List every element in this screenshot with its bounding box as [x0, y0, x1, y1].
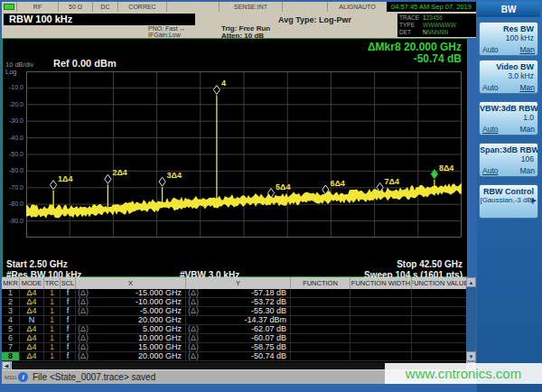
softkey-label: RBW Control: [480, 185, 537, 196]
cell-mode: Δ4: [20, 334, 44, 342]
y-axis-label: -80.0: [3, 201, 23, 207]
x-value: 15.000 GHz: [96, 343, 185, 351]
cell-y: (Δ)-57.18 dB: [186, 289, 291, 297]
trace-legend-det-row: DET NNNNNN: [399, 29, 474, 36]
cell-scl: f: [61, 334, 76, 342]
cell-function-width: [350, 325, 412, 333]
delta-prefix: (Δ): [186, 289, 206, 297]
x-value: -10.000 GHz: [96, 298, 185, 306]
auto-option[interactable]: Auto: [482, 45, 499, 54]
cell-y: (Δ)-62.07 dB: [186, 325, 291, 333]
cell-trc: 1: [44, 334, 61, 342]
cell-function: [291, 325, 350, 333]
cell-x: (Δ)-5.000 GHz: [76, 307, 186, 315]
delta-prefix: (Δ): [186, 334, 206, 342]
cell-y: (Δ)-55.30 dB: [186, 307, 291, 315]
softkey-rbw-control[interactable]: RBW Control[Gaussian,-3 dB]▶: [479, 184, 538, 219]
det-digits: NNNNNN: [423, 29, 448, 36]
softkey-label: VBW:3dB RBW: [480, 102, 537, 113]
marker-table-row[interactable]: 7Δ41f(Δ)15.000 GHz(Δ)-58.75 dB: [2, 343, 466, 352]
marker-table-row[interactable]: 2Δ41f(Δ)-10.000 GHz(Δ)-53.72 dB: [2, 298, 466, 307]
scroll-left-icon[interactable]: ◀: [2, 361, 11, 369]
marker-label: 8Δ4: [439, 163, 453, 173]
marker-table: MKRMODETRCSCLXYFUNCTIONFUNCTION WIDTHFUN…: [2, 277, 476, 361]
main-area: RF 50 Ω DC CORREC SENSE:INT ALIGNAUTO 04…: [2, 2, 476, 384]
column-header-x: X: [76, 277, 186, 289]
cell-function-value: [412, 352, 466, 360]
cell-function-width: [350, 298, 412, 306]
cell-mode: N: [20, 316, 44, 324]
cell-mkr: 2: [2, 298, 20, 306]
man-option[interactable]: Man: [519, 83, 535, 92]
cell-trc: 1: [44, 316, 61, 324]
delta-prefix: (Δ): [186, 352, 206, 360]
softkey-label: Res BW: [480, 23, 537, 33]
softkey-span-3db-rbw[interactable]: Span:3dB RBW106AutoMan: [479, 143, 538, 177]
cell-mode: Δ4: [20, 298, 44, 306]
marker-label: 3Δ4: [167, 171, 182, 180]
column-header-mkr: MKR: [2, 277, 20, 289]
y-axis-label: -40.0: [3, 135, 23, 141]
cell-function-width: [350, 352, 412, 360]
cell-mkr: 7: [2, 343, 20, 351]
trace-legend-char: 6: [439, 14, 443, 21]
status-correction: CORREC: [117, 2, 166, 12]
man-option[interactable]: Man: [519, 166, 535, 175]
cell-mode: Δ4: [20, 325, 44, 333]
column-header-y: Y: [186, 277, 291, 289]
marker-label: 2Δ4: [112, 168, 126, 177]
status-rf: RF: [16, 2, 58, 12]
marker-table-row[interactable]: 1Δ41f(Δ)-15.000 GHz(Δ)-57.18 dB: [2, 289, 466, 298]
cell-function-width: [350, 289, 412, 297]
auto-option[interactable]: Auto: [482, 125, 499, 134]
softkey-vbw-3db-rbw[interactable]: VBW:3dB RBW1.0AutoMan: [479, 101, 538, 135]
marker-table-row[interactable]: 3Δ41f(Δ)-5.000 GHz(Δ)-55.30 dB: [2, 307, 466, 316]
marker-table-row[interactable]: 6Δ41f(Δ)10.000 GHz(Δ)-60.07 dB: [2, 334, 466, 343]
cell-function-value: [412, 307, 466, 315]
delta-prefix: (Δ): [76, 289, 96, 297]
y-axis-label: -90.0: [3, 218, 23, 224]
scrollbar-track[interactable]: [466, 287, 476, 351]
marker-table-body: 1Δ41f(Δ)-15.000 GHz(Δ)-57.18 dB2Δ41f(Δ)-…: [2, 289, 466, 361]
y-value: -58.75 dB: [206, 343, 290, 351]
softkey-video-bw[interactable]: Video BW3.0 kHzAutoMan: [479, 60, 538, 94]
cell-y: -14.37 dBm: [186, 316, 291, 324]
scroll-down-icon[interactable]: ▼: [466, 351, 476, 361]
marker-diamond-icon: [105, 174, 111, 183]
marker-diamond-icon: [159, 177, 165, 186]
cell-function-width: [350, 316, 412, 324]
marker-table-row[interactable]: 5Δ41f(Δ)5.000 GHz(Δ)-62.07 dB: [2, 325, 466, 334]
cell-function-value: [412, 325, 466, 333]
cell-trc: 1: [44, 343, 61, 351]
delta-prefix: (Δ): [76, 343, 96, 351]
auto-option[interactable]: Auto: [482, 83, 499, 92]
man-option[interactable]: Man: [519, 45, 535, 54]
softkey-value: 1.0: [480, 113, 537, 122]
y-value: -60.07 dB: [206, 334, 290, 342]
start-freq-label: Start 2.50 GHz: [6, 259, 68, 269]
marker-label: 7Δ4: [385, 177, 399, 186]
x-value: -15.000 GHz: [96, 289, 185, 297]
marker-diamond-icon: [213, 85, 220, 94]
auto-option[interactable]: Auto: [482, 166, 499, 175]
submenu-arrow-icon: ▶: [532, 197, 537, 204]
cell-function: [291, 352, 350, 360]
cell-y: (Δ)-50.74 dB: [186, 352, 291, 360]
cell-x: (Δ)5.000 GHz: [76, 325, 186, 333]
delta-prefix: (Δ): [76, 307, 96, 315]
softkey-res-bw[interactable]: Res BW100 kHzAutoMan: [479, 22, 538, 56]
man-option[interactable]: Man: [519, 125, 535, 134]
auto-man-row: AutoMan: [480, 45, 537, 54]
scroll-up-icon[interactable]: ▲: [466, 277, 476, 287]
softkey-value: 100 kHz: [480, 33, 537, 42]
cell-y: (Δ)-60.07 dB: [186, 334, 291, 342]
marker-table-row[interactable]: 4N1f20.000 GHz-14.37 dBm: [2, 316, 466, 325]
cell-mkr: 3: [2, 307, 20, 315]
cell-function-value: [412, 298, 466, 306]
stop-freq-label: Stop 42.50 GHz: [397, 259, 463, 269]
x-value: 10.000 GHz: [96, 334, 185, 342]
marker-table-row[interactable]: 8Δ41f(Δ)20.000 GHz(Δ)-50.74 dB: [2, 352, 466, 361]
marker-table-scrollbar[interactable]: ▲ ▼: [466, 277, 476, 361]
cell-mkr: 8: [2, 352, 20, 360]
status-spacer: [282, 2, 327, 12]
